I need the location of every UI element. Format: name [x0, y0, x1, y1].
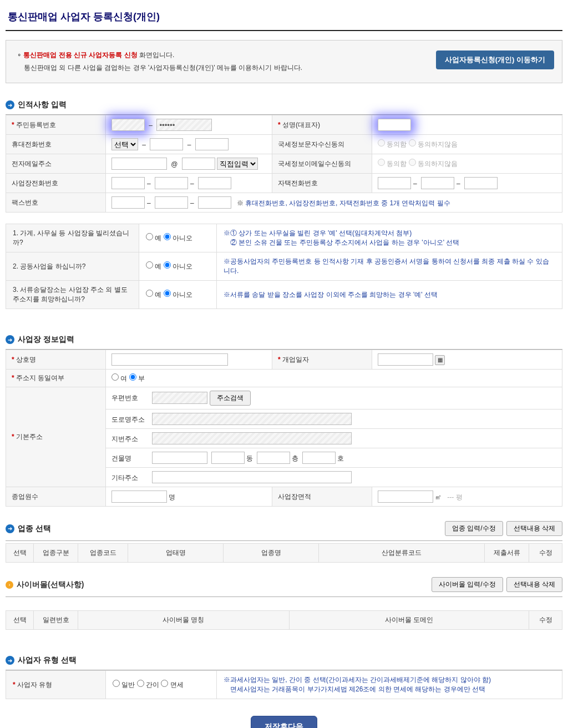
ho-input[interactable]: [302, 452, 336, 464]
floor-unit: 층: [292, 454, 298, 462]
section-cyber-title: 사이버몰(선택사항): [17, 580, 84, 590]
type-exempt[interactable]: 면세: [161, 681, 183, 689]
email-disagree-radio[interactable]: 동의하지않음: [409, 160, 458, 168]
homephone-2[interactable]: [421, 177, 454, 189]
jibun-input: [152, 432, 352, 444]
zip-search-button[interactable]: 주소검색: [210, 391, 251, 406]
sameaddr-label: 주소지 동일여부: [6, 370, 106, 387]
calendar-icon[interactable]: ▦: [435, 355, 445, 365]
mobile-mid-input[interactable]: [150, 138, 183, 150]
q3-desc: ※서류를 송달 받을 장소를 사업장 이외에 주소를 희망하는 경우 '예' 선…: [217, 281, 562, 309]
area-input[interactable]: [378, 491, 433, 503]
cyber-col-edit: 수정: [529, 611, 562, 630]
q2-no[interactable]: 아니오: [164, 262, 192, 270]
email-domain-select[interactable]: 직접입력: [217, 158, 258, 170]
save-next-button[interactable]: 저장후다음: [251, 716, 317, 728]
floor-input[interactable]: [257, 452, 290, 464]
questions-table: 1. 가계, 사무실 등 사업장을 빌리셨습니까? 예 아니오 ※① 상가 또는…: [6, 224, 562, 309]
page-title: 통신판매업 사업자 등록신청(개인): [6, 6, 562, 31]
q3-no[interactable]: 아니오: [164, 291, 192, 299]
rrn-part1-input[interactable]: [111, 119, 145, 131]
section-type-title: 사업자 유형 선택: [18, 655, 77, 665]
opendate-label: 개업일자: [272, 350, 372, 370]
personal-table: 주민등록번호 – 성명(대표자) 휴대전화번호 선택 – – 국세정보문자수신동…: [6, 115, 562, 213]
type-label: 사업자 유형: [6, 671, 106, 699]
emailrecv-label: 국세정보이메일수신동의: [272, 154, 372, 174]
cat-col-name: 업종명: [224, 544, 319, 563]
q1-yes[interactable]: 예: [146, 234, 161, 242]
dong-unit: 동: [246, 454, 253, 462]
cat-col-type: 업태명: [128, 544, 224, 563]
zip-label: 우편번호: [111, 393, 150, 403]
category-edit-button[interactable]: 업종 입력/수정: [445, 521, 503, 536]
bizphone-label: 사업장전화번호: [6, 174, 106, 193]
fax-3[interactable]: [198, 196, 231, 209]
section-category-title: 업종 선택: [18, 524, 51, 534]
q1-no[interactable]: 아니오: [164, 234, 192, 242]
arrow-icon: ➜: [6, 524, 14, 533]
name-label: 성명(대표자): [272, 115, 372, 135]
area-label: 사업장면적: [272, 487, 372, 507]
bizphone-1[interactable]: [111, 177, 145, 189]
opendate-input[interactable]: [378, 353, 433, 366]
bullet-icon: ›: [6, 581, 13, 589]
arrow-icon: ➜: [6, 100, 14, 109]
notice-box: ∘ 통신판매업 전용 신규 사업자등록 신청 화면입니다. 통신판매업 외 다른…: [6, 40, 562, 83]
homephone-3[interactable]: [464, 177, 498, 189]
bizname-input[interactable]: [111, 353, 228, 366]
section-biz-title: 사업장 정보입력: [18, 335, 74, 345]
category-grid: 선택 업종구분 업종코드 업태명 업종명 산업분류코드 제출서류 수정: [6, 543, 562, 563]
notice-emphasis: 통신판매업 전용 신규 사업자등록 신청: [23, 51, 137, 59]
type-general[interactable]: 일반: [113, 681, 135, 689]
email-id-input[interactable]: [111, 158, 167, 170]
type-table: 사업자 유형 일반 간이 면세 ※과세사업자는 일반, 간이 중 선택(간이과세…: [6, 670, 562, 699]
dong-input[interactable]: [211, 452, 245, 464]
zip-input: [152, 392, 207, 404]
cyber-col-seq: 일련번호: [34, 611, 78, 630]
road-label: 도로명주소: [111, 415, 150, 424]
contact-hint: 휴대전화번호, 사업장전화번호, 자택전화번호 중 1개 연락처입력 필수: [245, 199, 450, 207]
sms-agree-radio[interactable]: 동의함: [378, 140, 407, 148]
jibun-label: 지번주소: [111, 434, 150, 444]
email-agree-radio[interactable]: 동의함: [378, 160, 407, 168]
bizphone-2[interactable]: [155, 177, 188, 189]
cyber-col-name: 사이버몰 명칭: [78, 611, 290, 630]
emp-input[interactable]: [111, 491, 167, 503]
bizname-label: 상호명: [6, 350, 106, 370]
mobile-label: 휴대전화번호: [6, 135, 106, 154]
sameaddr-no[interactable]: 부: [129, 375, 145, 382]
mobile-prefix-select[interactable]: 선택: [111, 138, 138, 150]
bldg-label: 건물명: [111, 454, 150, 463]
fax-2[interactable]: [155, 196, 188, 209]
homephone-1[interactable]: [378, 177, 411, 189]
cyber-edit-button[interactable]: 사이버몰 입력/수정: [432, 577, 503, 592]
baseaddr-label: 기본주소: [6, 387, 106, 487]
q3-yes[interactable]: 예: [146, 291, 161, 299]
email-label: 전자메일주소: [6, 154, 106, 174]
cyber-delete-button[interactable]: 선택내용 삭제: [506, 577, 562, 592]
etc-input[interactable]: [152, 471, 352, 483]
fax-1[interactable]: [111, 196, 145, 209]
etc-label: 기타주소: [111, 473, 150, 483]
email-domain-input[interactable]: [182, 158, 215, 170]
fax-label: 팩스번호: [6, 193, 106, 213]
section-type-head: ➜ 사업자 유형 선택: [6, 652, 562, 670]
type-simple[interactable]: 간이: [137, 681, 159, 689]
cat-col-doc: 제출서류: [485, 544, 529, 563]
q1-desc: ※① 상가 또는 사무실을 빌린 경우 '예' 선택(임대차계약서 첨부) ② …: [217, 224, 562, 252]
bldg-input[interactable]: [152, 452, 207, 464]
cat-col-select: 선택: [6, 544, 34, 563]
email-at: @: [171, 160, 178, 168]
name-input[interactable]: [378, 119, 411, 131]
q2-yes[interactable]: 예: [146, 262, 161, 270]
cat-col-ind: 산업분류코드: [319, 544, 485, 563]
rrn-part2-input[interactable]: [156, 119, 212, 131]
sameaddr-yes[interactable]: 여: [111, 375, 127, 382]
category-delete-button[interactable]: 선택내용 삭제: [506, 521, 562, 536]
go-biz-register-button[interactable]: 사업자등록신청(개인) 이동하기: [436, 50, 554, 69]
notice-tail: 화면입니다.: [139, 51, 174, 59]
bizphone-3[interactable]: [198, 177, 231, 189]
mobile-last-input[interactable]: [195, 138, 229, 150]
cat-col-kind: 업종구분: [34, 544, 78, 563]
sms-disagree-radio[interactable]: 동의하지않음: [409, 140, 458, 148]
